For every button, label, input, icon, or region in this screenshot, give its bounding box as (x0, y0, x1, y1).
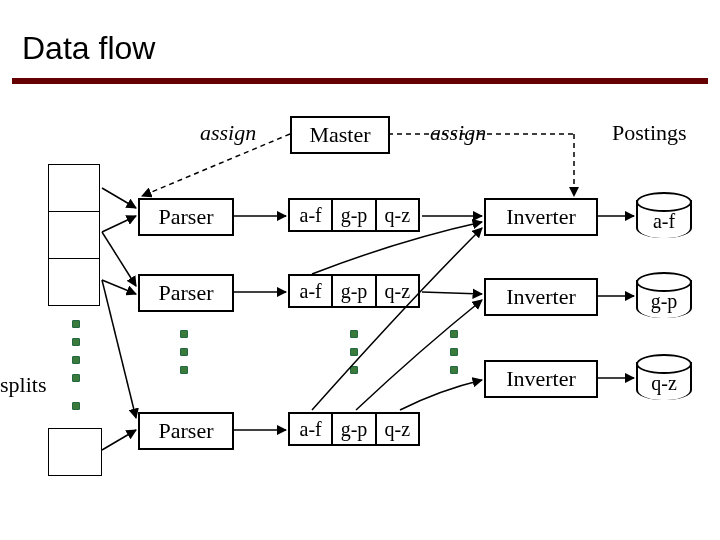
partition-cell-af: a-f (288, 412, 331, 446)
slide-title: Data flow (22, 30, 155, 67)
parser-node: Parser (138, 274, 234, 312)
postings-cylinder-af: a-f (636, 192, 688, 238)
title-underline (12, 78, 708, 84)
parser-node: Parser (138, 412, 234, 450)
postings-cylinder-gp: g-p (636, 272, 688, 318)
parser-node: Parser (138, 198, 234, 236)
svg-line-4 (102, 216, 136, 232)
master-node: Master (290, 116, 390, 154)
inverter-node: Inverter (484, 360, 598, 398)
partition-cell-qz: q-z (375, 198, 420, 232)
assign-label-right: assign (430, 120, 486, 146)
postings-label: Postings (612, 120, 687, 146)
splits-stack (48, 164, 100, 306)
split-box (48, 211, 100, 258)
partition-cell-gp: g-p (331, 198, 374, 232)
ellipsis-dots (450, 330, 458, 374)
ellipsis-dots (180, 330, 188, 374)
svg-line-13 (422, 292, 482, 294)
split-box (48, 164, 100, 211)
splits-label: splits (0, 372, 46, 398)
partition-row: a-f g-p q-z (288, 198, 420, 232)
ellipsis-dots (72, 402, 80, 410)
partition-cell-af: a-f (288, 198, 331, 232)
inverter-node: Inverter (484, 278, 598, 316)
svg-line-8 (102, 430, 136, 450)
svg-line-6 (102, 280, 136, 294)
partition-row: a-f g-p q-z (288, 274, 420, 308)
partition-cell-af: a-f (288, 274, 331, 308)
inverter-node: Inverter (484, 198, 598, 236)
partition-cell-qz: q-z (375, 274, 420, 308)
assign-label-left: assign (200, 120, 256, 146)
split-box (48, 428, 102, 476)
postings-cylinder-qz: q-z (636, 354, 688, 400)
svg-line-7 (102, 280, 136, 418)
partition-cell-gp: g-p (331, 274, 374, 308)
svg-line-5 (102, 232, 136, 286)
ellipsis-dots (72, 320, 80, 382)
split-box (48, 258, 100, 306)
partition-cell-gp: g-p (331, 412, 374, 446)
svg-line-3 (102, 188, 136, 208)
partition-row: a-f g-p q-z (288, 412, 420, 446)
partition-cell-qz: q-z (375, 412, 420, 446)
ellipsis-dots (350, 330, 358, 374)
